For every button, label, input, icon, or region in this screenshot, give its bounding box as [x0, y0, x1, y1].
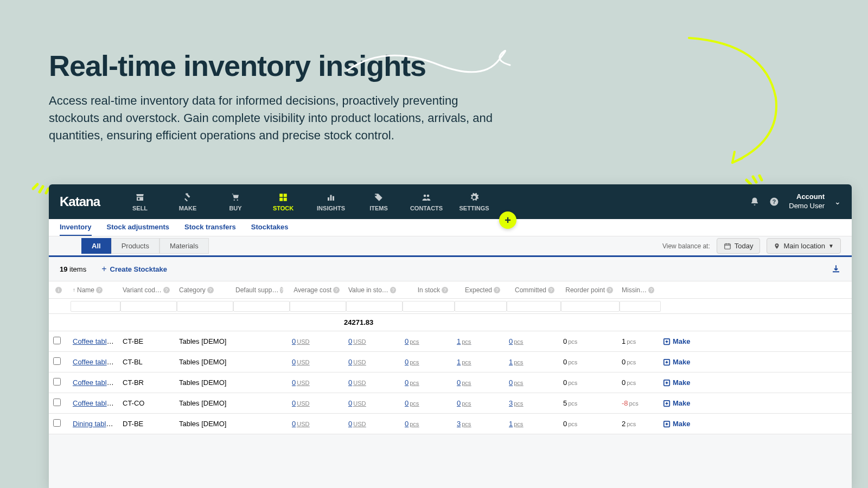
subnav-stock-transfers[interactable]: Stock transfers — [184, 219, 236, 236]
variant-code: CT-BE — [118, 337, 175, 345]
filter-com[interactable] — [507, 301, 561, 312]
filter-exp[interactable] — [455, 301, 507, 312]
filter-mis[interactable] — [620, 301, 661, 312]
avg-cost[interactable]: 0USD — [292, 420, 309, 428]
tab-products[interactable]: Products — [111, 238, 159, 254]
expected[interactable]: 0pcs — [457, 399, 471, 407]
filter-rop[interactable] — [561, 301, 620, 312]
product-link[interactable]: Coffee table [D — [73, 337, 118, 345]
value-in-stock[interactable]: 0USD — [348, 337, 366, 345]
make-button[interactable]: Make — [663, 358, 701, 366]
col-committed[interactable]: Committed? — [505, 286, 559, 294]
avg-cost[interactable]: 0USD — [292, 358, 309, 366]
nav-contacts[interactable]: CONTACTS — [403, 184, 450, 219]
col-average-cost[interactable]: Average cost? — [288, 286, 344, 294]
add-button[interactable]: + — [499, 211, 516, 229]
expected[interactable]: 1pcs — [457, 358, 471, 366]
nav-items[interactable]: ITEMS — [355, 184, 403, 219]
nav-buy[interactable]: BUY — [212, 184, 259, 219]
category: Tables [DEMO] — [175, 420, 231, 428]
subnav-stocktakes[interactable]: Stocktakes — [251, 219, 289, 236]
avg-cost[interactable]: 0USD — [292, 378, 309, 387]
subnav-stock-adjustments[interactable]: Stock adjustments — [107, 219, 170, 236]
today-button[interactable]: Today — [717, 238, 761, 254]
filter-val[interactable] — [346, 301, 403, 312]
value-in-stock[interactable]: 0USD — [348, 420, 366, 428]
value-in-stock[interactable]: 0USD — [348, 358, 366, 366]
svg-text:?: ? — [773, 198, 776, 205]
in-stock[interactable]: 0pcs — [405, 399, 419, 407]
make-button[interactable]: Make — [663, 337, 701, 345]
col-category[interactable]: Category? — [175, 286, 231, 294]
account-menu[interactable]: Account Demo User — [789, 192, 825, 211]
product-link[interactable]: Coffee table [D — [73, 378, 118, 387]
hammer-icon — [182, 192, 193, 203]
committed[interactable]: 0pcs — [509, 378, 523, 387]
make-button[interactable]: Make — [663, 378, 701, 387]
filter-name[interactable] — [71, 301, 120, 312]
col-in-stock[interactable]: In stock? — [400, 286, 452, 294]
committed[interactable]: 1pcs — [509, 358, 523, 366]
value-in-stock[interactable]: 0USD — [348, 399, 366, 407]
account-title: Account — [789, 192, 825, 202]
row-checkbox[interactable] — [53, 378, 61, 386]
info-icon[interactable]: i — [55, 287, 62, 293]
table-row: Coffee table [DCT-BETables [DEMO]0USD0US… — [49, 331, 852, 352]
nav-insights[interactable]: INSIGHTS — [307, 184, 355, 219]
product-link[interactable]: Coffee table [D — [73, 399, 118, 407]
col-missing[interactable]: Missin…? — [617, 286, 659, 294]
variant-code: CT-BL — [118, 358, 175, 366]
expected[interactable]: 0pcs — [457, 378, 471, 387]
hero-description: Access real-time inventory data for info… — [49, 92, 499, 144]
make-button[interactable]: Make — [663, 420, 701, 428]
nav-make[interactable]: MAKE — [164, 184, 212, 219]
chevron-down-icon[interactable]: ⌄ — [834, 197, 841, 206]
avg-cost[interactable]: 0USD — [292, 399, 309, 407]
location-button[interactable]: Main location▼ — [767, 238, 841, 254]
filter-stk[interactable] — [403, 301, 455, 312]
committed[interactable]: 3pcs — [509, 399, 523, 407]
filter-cat[interactable] — [177, 301, 233, 312]
download-icon[interactable] — [831, 264, 841, 274]
row-checkbox[interactable] — [53, 357, 61, 365]
reorder-point: 5pcs — [559, 399, 617, 407]
col-reorder-point[interactable]: Reorder point? — [559, 286, 617, 294]
committed[interactable]: 0pcs — [509, 337, 523, 345]
row-checkbox[interactable] — [53, 419, 61, 427]
tab-materials[interactable]: Materials — [159, 238, 209, 254]
in-stock[interactable]: 0pcs — [405, 337, 419, 345]
nav-stock[interactable]: STOCK — [259, 184, 307, 219]
table-header: i ↑Name? Variant cod…? Category? Default… — [49, 281, 852, 299]
create-stocktake-button[interactable]: +Create Stocktake — [101, 264, 167, 274]
product-link[interactable]: Coffee table [D — [73, 358, 118, 366]
avg-cost[interactable]: 0USD — [292, 337, 309, 345]
filter-vcode[interactable] — [120, 301, 177, 312]
in-stock[interactable]: 0pcs — [405, 420, 419, 428]
col-value-in-stock[interactable]: Value in sto…? — [344, 286, 400, 294]
in-stock[interactable]: 0pcs — [405, 358, 419, 366]
col-name[interactable]: ↑Name? — [68, 286, 118, 294]
expected[interactable]: 1pcs — [457, 337, 471, 345]
product-link[interactable]: Dining table [D — [73, 420, 118, 428]
in-stock[interactable]: 0pcs — [405, 378, 419, 387]
variant-code: CT-CO — [118, 399, 175, 407]
make-button[interactable]: Make — [663, 399, 701, 407]
col-variant-code[interactable]: Variant cod…? — [118, 286, 175, 294]
row-checkbox[interactable] — [53, 337, 61, 344]
help-icon[interactable]: ? — [769, 197, 779, 207]
nav-settings[interactable]: SETTINGS — [450, 184, 498, 219]
col-default-supplier[interactable]: Default supp…? — [231, 286, 288, 294]
committed[interactable]: 1pcs — [509, 420, 523, 428]
row-checkbox[interactable] — [53, 399, 61, 406]
col-expected[interactable]: Expected? — [452, 286, 505, 294]
nav-sell[interactable]: SELL — [116, 184, 164, 219]
reorder-point: 0pcs — [559, 420, 617, 428]
filter-sup[interactable] — [233, 301, 290, 312]
value-in-stock[interactable]: 0USD — [348, 378, 366, 387]
gear-icon — [469, 192, 480, 203]
subnav-inventory[interactable]: Inventory — [60, 219, 92, 236]
filter-avg[interactable] — [290, 301, 346, 312]
notifications-icon[interactable] — [750, 197, 760, 207]
tab-all[interactable]: All — [81, 238, 111, 254]
expected[interactable]: 3pcs — [457, 420, 471, 428]
